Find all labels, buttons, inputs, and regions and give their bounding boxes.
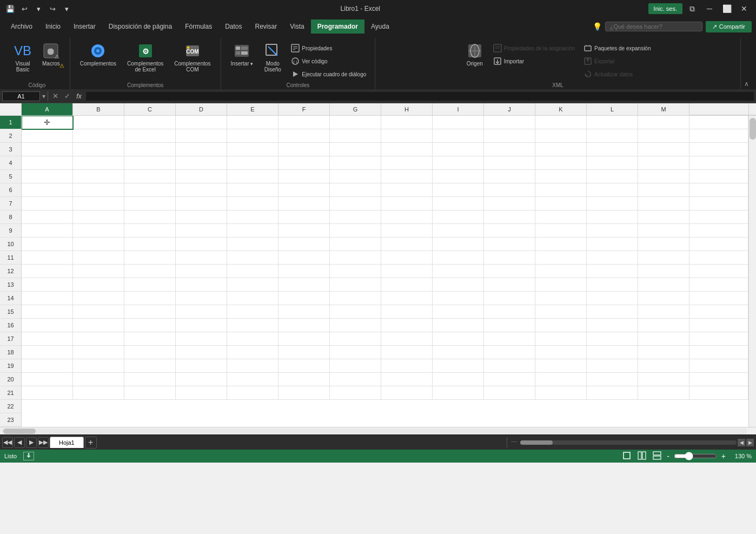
col-header-I[interactable]: I [433, 103, 484, 115]
formula-input[interactable] [86, 92, 754, 101]
col-header-L[interactable]: L [587, 103, 638, 115]
row-header-8[interactable]: 8 [0, 210, 21, 224]
sheet-tab-hoja1[interactable]: Hoja1 [50, 437, 84, 448]
accessibility-button[interactable] [23, 452, 34, 460]
cell-D1[interactable] [176, 116, 227, 129]
cell-M4[interactable] [638, 156, 689, 170]
cell-B4[interactable] [73, 156, 124, 170]
horizontal-scrollbar-tabs[interactable] [520, 440, 737, 445]
col-header-J[interactable]: J [484, 103, 535, 115]
save-button[interactable]: 💾 [4, 3, 16, 15]
tab-archivo[interactable]: Archivo [4, 19, 39, 34]
cell-J1[interactable] [484, 116, 535, 129]
row-header-5[interactable]: 5 [0, 170, 21, 183]
cell-A2[interactable] [22, 129, 73, 143]
formula-context-menu-icon[interactable]: ▾ [42, 93, 45, 100]
col-header-A[interactable]: A [22, 103, 73, 115]
row-header-9[interactable]: 9 [0, 224, 21, 238]
cell-F3[interactable] [278, 143, 330, 156]
row-header-7[interactable]: 7 [0, 197, 21, 210]
col-header-H[interactable]: H [381, 103, 433, 115]
tab-formulas[interactable]: Fórmulas [178, 19, 218, 34]
cell-J3[interactable] [484, 143, 535, 156]
row-header-23[interactable]: 23 [0, 413, 21, 427]
row-header-15[interactable]: 15 [0, 305, 21, 319]
cancel-formula-button[interactable]: ✕ [50, 91, 60, 101]
cell-F4[interactable] [278, 156, 330, 170]
col-header-F[interactable]: F [278, 103, 330, 115]
cell-E3[interactable] [227, 143, 278, 156]
signin-button[interactable]: Inic. ses. [648, 3, 682, 14]
sheet-nav-last[interactable]: ▶▶ [38, 437, 49, 448]
undo-dropdown-button[interactable]: ▾ [32, 3, 44, 15]
row-header-16[interactable]: 16 [0, 319, 21, 332]
sheet-nav-next[interactable]: ▶ [26, 437, 37, 448]
zoom-slider[interactable] [674, 452, 717, 460]
row-header-3[interactable]: 3 [0, 143, 21, 156]
cell-B2[interactable] [73, 129, 124, 143]
row-header-13[interactable]: 13 [0, 278, 21, 292]
col-header-C[interactable]: C [124, 103, 176, 115]
cell-H1[interactable] [381, 116, 433, 129]
cell-H3[interactable] [381, 143, 433, 156]
macros-button[interactable]: ⏺ ⚠ Macros [38, 40, 64, 69]
complementos-com-button[interactable]: COM ComplementosCOM [170, 40, 215, 75]
tab-datos[interactable]: Datos [218, 19, 248, 34]
col-header-E[interactable]: E [227, 103, 278, 115]
cell-F1[interactable] [278, 116, 330, 129]
vertical-scrollbar[interactable] [748, 116, 756, 427]
col-header-K[interactable]: K [535, 103, 587, 115]
cell-G1[interactable] [330, 116, 381, 129]
importar-button[interactable]: Importar [490, 55, 578, 67]
row-header-21[interactable]: 21 [0, 386, 21, 400]
confirm-formula-button[interactable]: ✓ [62, 91, 72, 101]
row-header-1[interactable]: 1 [0, 116, 21, 129]
minimize-button[interactable]: ─ [702, 1, 717, 16]
ribbon-collapse-button[interactable]: ∧ [741, 78, 752, 89]
row-header-22[interactable]: 22 [0, 400, 21, 413]
cell-D4[interactable] [176, 156, 227, 170]
cell-E4[interactable] [227, 156, 278, 170]
col-header-M[interactable]: M [638, 103, 689, 115]
cell-K1[interactable] [535, 116, 587, 129]
sheet-nav-prev[interactable]: ◀ [14, 437, 25, 448]
modo-diseno-button[interactable]: ModoDiseño [260, 40, 286, 75]
origen-button[interactable]: Origen [462, 40, 488, 69]
cell-L2[interactable] [587, 129, 638, 143]
tab-revisar[interactable]: Revisar [249, 19, 284, 34]
add-sheet-button[interactable]: + [85, 437, 97, 449]
row-header-17[interactable]: 17 [0, 332, 21, 346]
redo-button[interactable]: ↪ [47, 3, 58, 15]
tab-disposicion[interactable]: Disposición de página [102, 19, 178, 34]
cell-H2[interactable] [381, 129, 433, 143]
row-header-18[interactable]: 18 [0, 346, 21, 359]
cell-I2[interactable] [433, 129, 484, 143]
col-header-D[interactable]: D [176, 103, 227, 115]
col-header-B[interactable]: B [73, 103, 124, 115]
horizontal-scrollbar[interactable] [0, 427, 756, 434]
name-box[interactable]: A1 [2, 91, 40, 101]
row-header-19[interactable]: 19 [0, 359, 21, 373]
cell-I3[interactable] [433, 143, 484, 156]
cell-M2[interactable] [638, 129, 689, 143]
cell-A3[interactable] [22, 143, 73, 156]
maximize-button[interactable]: ⬜ [719, 1, 734, 16]
cell-A4[interactable] [22, 156, 73, 170]
cell-M3[interactable] [638, 143, 689, 156]
cell-B1[interactable] [73, 116, 124, 129]
sheet-options-button[interactable]: ⋯ [508, 437, 519, 448]
row-header-2[interactable]: 2 [0, 129, 21, 143]
cell-I1[interactable] [433, 116, 484, 129]
page-layout-view-button[interactable] [636, 451, 647, 462]
row-header-14[interactable]: 14 [0, 292, 21, 305]
scroll-right-btn[interactable]: ▶ [746, 439, 754, 446]
scroll-left-btn[interactable]: ◀ [738, 439, 745, 446]
cell-E1[interactable] [227, 116, 278, 129]
cell-B3[interactable] [73, 143, 124, 156]
cell-A1[interactable]: ✛ [22, 116, 73, 129]
row-header-20[interactable]: 20 [0, 373, 21, 386]
row-header-6[interactable]: 6 [0, 183, 21, 197]
cell-J2[interactable] [484, 129, 535, 143]
cell-L1[interactable] [587, 116, 638, 129]
compact-button[interactable]: ⧉ [685, 1, 700, 16]
